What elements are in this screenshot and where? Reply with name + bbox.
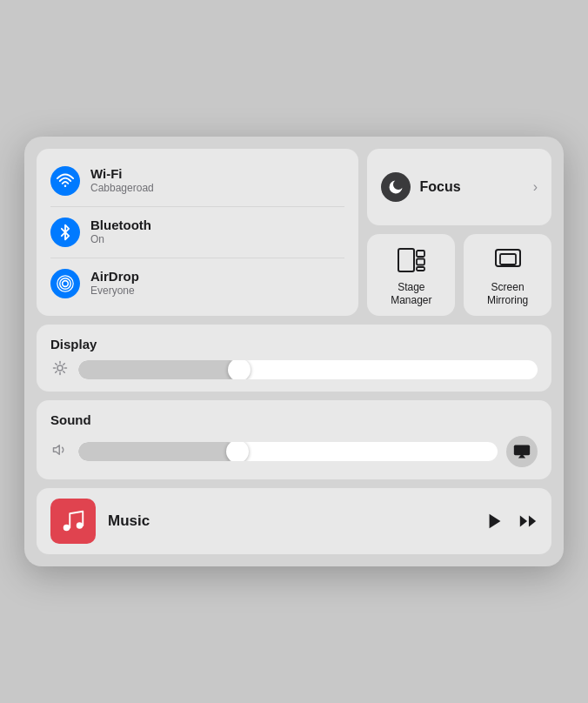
sound-panel: Sound bbox=[37, 400, 551, 479]
volume-track[interactable] bbox=[78, 442, 498, 461]
display-title: Display bbox=[50, 337, 538, 352]
svg-rect-7 bbox=[417, 267, 424, 271]
wifi-sub: Cabbageroad bbox=[90, 182, 154, 196]
screen-mirroring-svg bbox=[494, 246, 522, 274]
focus-icon-circle bbox=[381, 172, 411, 202]
top-row: Wi-Fi Cabbageroad Bluetooth On bbox=[37, 149, 551, 316]
network-panel: Wi-Fi Cabbageroad Bluetooth On bbox=[37, 149, 358, 316]
play-button[interactable] bbox=[485, 512, 504, 531]
svg-point-2 bbox=[60, 278, 71, 290]
screen-mirroring-label: ScreenMirroring bbox=[487, 281, 528, 307]
sound-title: Sound bbox=[50, 412, 538, 427]
wifi-item[interactable]: Wi-Fi Cabbageroad bbox=[50, 161, 344, 201]
stage-manager-label: StageManager bbox=[391, 281, 431, 307]
divider-1 bbox=[50, 206, 344, 207]
volume-fill bbox=[78, 442, 237, 461]
svg-rect-5 bbox=[417, 251, 424, 257]
divider-2 bbox=[50, 258, 344, 258]
svg-rect-6 bbox=[417, 259, 424, 265]
svg-marker-25 bbox=[520, 516, 527, 527]
stage-manager-icon bbox=[396, 244, 427, 276]
airdrop-item[interactable]: AirDrop Everyone bbox=[50, 264, 344, 304]
music-note-icon bbox=[60, 508, 86, 534]
bluetooth-icon-circle bbox=[50, 218, 80, 247]
brightness-fill bbox=[78, 360, 239, 379]
svg-rect-4 bbox=[398, 249, 414, 271]
music-panel: Music bbox=[37, 488, 551, 554]
music-controls bbox=[485, 512, 538, 531]
svg-line-18 bbox=[56, 372, 57, 373]
airdrop-icon bbox=[57, 275, 74, 292]
svg-point-1 bbox=[63, 281, 69, 287]
svg-line-17 bbox=[63, 364, 65, 365]
volume-thumb[interactable] bbox=[226, 442, 249, 461]
sound-row-wrapper bbox=[50, 436, 538, 467]
bluetooth-icon bbox=[57, 224, 74, 241]
bluetooth-text: Bluetooth On bbox=[90, 218, 151, 247]
fast-forward-button[interactable] bbox=[518, 512, 538, 531]
svg-point-0 bbox=[64, 185, 67, 188]
svg-line-16 bbox=[63, 372, 65, 373]
volume-slider-row bbox=[50, 442, 498, 461]
stage-manager-svg bbox=[398, 246, 425, 274]
screen-mirroring-tile[interactable]: ScreenMirroring bbox=[464, 234, 551, 316]
svg-point-21 bbox=[63, 525, 70, 532]
svg-marker-19 bbox=[54, 445, 60, 455]
volume-icon bbox=[50, 442, 70, 461]
music-label: Music bbox=[108, 512, 473, 530]
wifi-icon-circle bbox=[50, 166, 80, 196]
right-panels: Focus › StageManager bbox=[367, 149, 551, 316]
wifi-icon bbox=[57, 172, 74, 190]
svg-marker-23 bbox=[490, 514, 501, 529]
airdrop-sub: Everyone bbox=[90, 285, 139, 298]
brightness-slider-row bbox=[50, 360, 538, 379]
wifi-text: Wi-Fi Cabbageroad bbox=[90, 166, 154, 196]
svg-point-10 bbox=[57, 365, 63, 371]
brightness-thumb[interactable] bbox=[228, 360, 251, 379]
airdrop-icon-circle bbox=[50, 269, 80, 298]
svg-marker-24 bbox=[529, 516, 536, 527]
moon-icon bbox=[387, 178, 404, 196]
svg-rect-9 bbox=[500, 254, 516, 264]
bluetooth-item[interactable]: Bluetooth On bbox=[50, 212, 344, 252]
bluetooth-name: Bluetooth bbox=[90, 218, 151, 233]
stage-screen-row: StageManager ScreenMirroring bbox=[367, 234, 551, 316]
bluetooth-sub: On bbox=[90, 233, 151, 247]
focus-chevron: › bbox=[533, 179, 538, 195]
music-art bbox=[50, 499, 96, 544]
focus-panel[interactable]: Focus › bbox=[367, 149, 551, 225]
focus-label: Focus bbox=[419, 179, 524, 195]
display-panel: Display bbox=[37, 325, 551, 392]
stage-manager-tile[interactable]: StageManager bbox=[367, 234, 455, 316]
wifi-name: Wi-Fi bbox=[90, 166, 154, 182]
svg-line-15 bbox=[56, 364, 57, 365]
airdrop-name: AirDrop bbox=[90, 269, 139, 285]
brightness-icon bbox=[50, 360, 70, 379]
airplay-button[interactable] bbox=[506, 436, 538, 467]
brightness-track[interactable] bbox=[78, 360, 538, 379]
svg-point-22 bbox=[77, 522, 84, 529]
screen-mirroring-icon bbox=[492, 244, 524, 276]
airplay-icon bbox=[513, 443, 531, 460]
control-center: Wi-Fi Cabbageroad Bluetooth On bbox=[24, 137, 564, 566]
airdrop-text: AirDrop Everyone bbox=[90, 269, 139, 298]
